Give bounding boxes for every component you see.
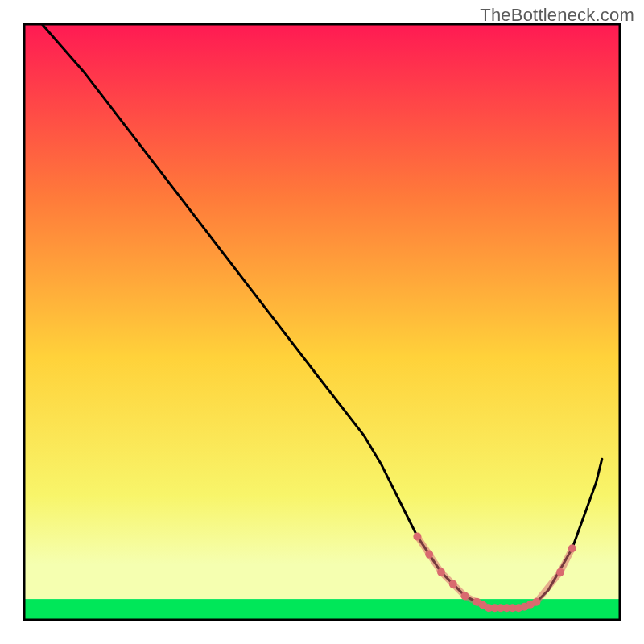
highlight-point: [449, 580, 457, 588]
watermark-text: TheBottleneck.com: [480, 5, 634, 26]
highlight-point: [532, 598, 540, 606]
chart-stage: TheBottleneck.com: [0, 0, 644, 644]
highlight-point: [425, 551, 433, 559]
bottleneck-chart: [0, 0, 644, 644]
highlight-point: [437, 568, 445, 576]
highlight-point: [568, 544, 576, 552]
highlight-point: [413, 532, 421, 540]
highlight-point: [556, 568, 564, 576]
highlight-point: [461, 592, 469, 600]
